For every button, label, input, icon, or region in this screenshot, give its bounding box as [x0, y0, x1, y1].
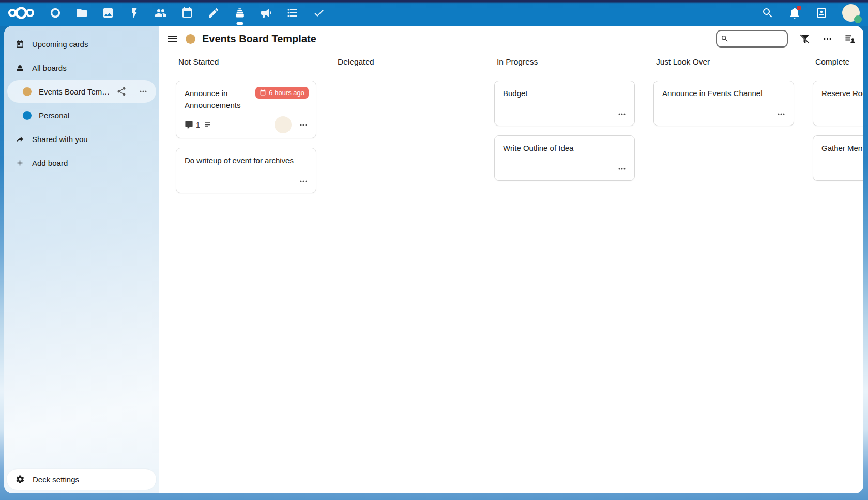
filter-off-icon[interactable] — [799, 33, 811, 45]
deck-settings-label: Deck settings — [33, 475, 79, 484]
stack-column: Not StartedAnnounce in Announcements6 ho… — [176, 52, 316, 493]
notifications-icon[interactable] — [788, 7, 801, 19]
card-title: Budget — [503, 87, 528, 99]
assignee-avatar — [275, 116, 292, 133]
board-color-bullet — [23, 87, 32, 96]
board-search-box[interactable] — [716, 30, 788, 48]
header-user-menu — [762, 4, 868, 22]
announcements-icon[interactable] — [260, 7, 272, 19]
sidebar-item-label: Upcoming cards — [32, 40, 88, 49]
stack-title: In Progress — [494, 52, 635, 72]
due-date-label: 6 hours ago — [269, 89, 304, 97]
calendar-icon — [260, 89, 266, 96]
board-details-icon[interactable] — [844, 33, 856, 45]
card-more-icon[interactable] — [776, 109, 786, 119]
card-more-icon[interactable] — [617, 164, 627, 174]
board-title: Events Board Template — [202, 33, 316, 45]
top-header-bar — [0, 0, 868, 26]
contacts-menu-icon[interactable] — [815, 7, 828, 19]
card-list — [335, 72, 476, 81]
description-icon — [203, 120, 211, 129]
plus-icon — [16, 159, 24, 167]
stack-title: Just Look Over — [653, 52, 794, 72]
shared-icon — [16, 135, 24, 144]
navigation-toggle-icon[interactable] — [166, 33, 179, 45]
board-more-icon[interactable] — [821, 33, 833, 45]
sidebar-item-all-boards[interactable]: All boards — [7, 56, 156, 79]
online-status-dot — [854, 15, 862, 23]
board-label: Personal — [39, 111, 69, 120]
calendar-icon — [16, 40, 24, 49]
calendar-app-icon[interactable] — [181, 7, 193, 19]
done-icon[interactable] — [313, 7, 325, 19]
files-icon[interactable] — [75, 7, 88, 19]
card-title: Gather Memb — [821, 142, 863, 154]
nextcloud-deck-app: Upcoming cards All boards Events Board T… — [0, 0, 868, 500]
header-app-menu — [0, 5, 325, 21]
kanban-card[interactable]: Do writeup of event for archives — [176, 148, 316, 193]
stack-column: Just Look OverAnnounce in Events Channel — [653, 52, 794, 493]
search-icon — [721, 35, 729, 43]
card-title: Reserve Roo — [821, 87, 863, 99]
board-color-bullet — [23, 111, 32, 120]
stack-column: CompleteReserve RooGather Memb — [813, 52, 863, 493]
circle-app-icon[interactable] — [49, 7, 62, 19]
deck-navigation-sidebar: Upcoming cards All boards Events Board T… — [4, 26, 159, 493]
user-avatar[interactable] — [842, 4, 860, 22]
card-title: Announce in Events Channel — [662, 87, 762, 99]
card-more-icon[interactable] — [298, 120, 309, 130]
stack-title: Not Started — [176, 52, 316, 72]
card-more-icon[interactable] — [617, 109, 627, 119]
stack-title: Delegated — [335, 52, 476, 72]
sidebar-item-label: All boards — [32, 64, 67, 72]
app-content: Upcoming cards All boards Events Board T… — [4, 26, 863, 493]
sidebar-board-personal[interactable]: Personal — [7, 104, 156, 127]
share-board-icon[interactable] — [116, 86, 127, 97]
sidebar-item-upcoming-cards[interactable]: Upcoming cards — [7, 33, 156, 55]
kanban-card[interactable]: Reserve Roo — [813, 81, 863, 126]
photos-icon[interactable] — [102, 7, 114, 19]
sidebar-item-add-board[interactable]: Add board — [7, 151, 156, 174]
activity-icon[interactable] — [128, 7, 141, 19]
card-title: Write Outline of Idea — [503, 142, 573, 154]
card-title: Do writeup of event for archives — [185, 154, 294, 166]
stack-column: Delegated — [335, 52, 476, 493]
sidebar-board-events-template[interactable]: Events Board Tem… — [7, 80, 156, 103]
board-label: Events Board Tem… — [39, 87, 110, 96]
tasks-icon[interactable] — [286, 7, 299, 19]
deck-settings-button[interactable]: Deck settings — [7, 469, 156, 490]
sidebar-item-label: Add board — [32, 159, 68, 167]
kanban-card[interactable]: Budget — [494, 81, 635, 126]
stack-column: In ProgressBudgetWrite Outline of Idea — [494, 52, 635, 493]
card-more-icon[interactable] — [298, 176, 309, 186]
search-icon[interactable] — [762, 7, 774, 19]
stacks-container: Not StartedAnnounce in Announcements6 ho… — [159, 52, 863, 493]
comments-icon — [185, 120, 193, 129]
comments-count: 1 — [196, 121, 200, 129]
due-date-badge: 6 hours ago — [255, 87, 309, 99]
card-title: Announce in Announcements — [185, 87, 251, 111]
board-color-bullet — [186, 34, 195, 44]
kanban-card[interactable]: Announce in Events Channel — [653, 81, 794, 126]
card-list: Announce in Announcements6 hours ago1Do … — [176, 72, 316, 193]
notes-icon[interactable] — [207, 7, 220, 19]
board-header: Events Board Template — [159, 26, 863, 52]
deck-icon[interactable] — [234, 7, 246, 19]
nextcloud-logo[interactable] — [7, 5, 35, 21]
board-search-input[interactable] — [731, 34, 780, 43]
stack-title: Complete — [813, 52, 863, 72]
gear-icon — [16, 475, 25, 484]
board-view: Events Board Template Not StartedAnnounc… — [159, 26, 863, 493]
card-list: Announce in Events Channel — [653, 72, 794, 126]
card-list: BudgetWrite Outline of Idea — [494, 72, 635, 181]
board-more-icon[interactable] — [138, 86, 148, 97]
sidebar-item-shared-with-you[interactable]: Shared with you — [7, 128, 156, 150]
kanban-card[interactable]: Announce in Announcements6 hours ago1 — [176, 81, 316, 138]
kanban-card[interactable]: Write Outline of Idea — [494, 135, 635, 181]
sidebar-item-label: Shared with you — [32, 135, 88, 144]
kanban-card[interactable]: Gather Memb — [813, 135, 863, 181]
boards-icon — [16, 64, 24, 72]
notification-dot — [797, 6, 801, 10]
card-list: Reserve RooGather Memb — [813, 72, 863, 181]
contacts-app-icon[interactable] — [155, 7, 167, 19]
